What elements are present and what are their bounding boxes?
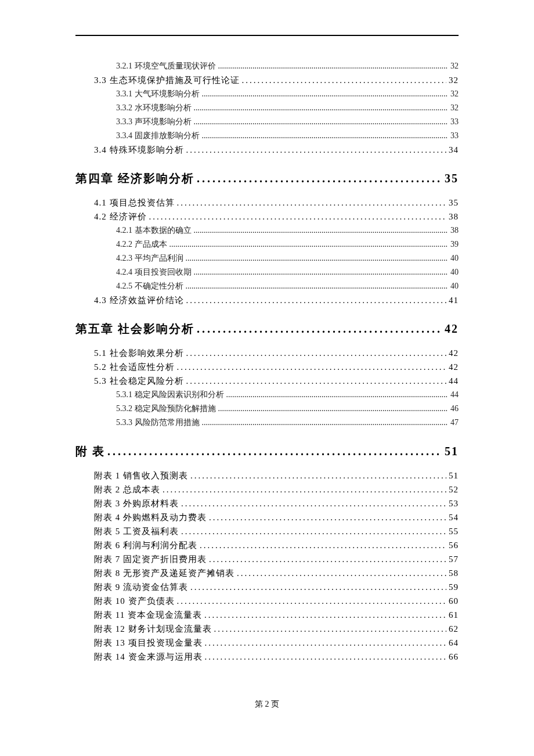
toc-entry-label: 4.2.5 不确定性分析 — [116, 279, 183, 293]
toc-entry: 5.1 社会影响效果分析42 — [94, 346, 459, 360]
toc-leader-dots — [181, 496, 446, 510]
toc-entry-page: 32 — [450, 101, 459, 115]
toc-entry-page: 33 — [450, 129, 459, 143]
toc-entry: 3.4 特殊环境影响分析34 — [94, 143, 459, 157]
toc-leader-dots — [204, 608, 446, 622]
toc-entry-label: 5.3 社会稳定风险分析 — [94, 374, 184, 388]
toc-leader-dots — [107, 445, 442, 458]
toc-entry-label: 4.3 经济效益评价结论 — [94, 293, 184, 307]
toc-entry-label: 4.2.3 平均产品利润 — [116, 251, 183, 265]
toc-entry: 3.3.3 声环境影响分析33 — [116, 115, 459, 129]
toc-entry: 3.3.4 固废排放影响分析33 — [116, 129, 459, 143]
toc-entry-page: 58 — [449, 566, 459, 580]
toc-entry: 附表 10 资产负债表60 — [94, 594, 459, 608]
toc-entry-label: 附表 11 资本金现金流量表 — [94, 608, 202, 622]
toc-entry-page: 55 — [449, 524, 459, 538]
toc-entry: 4.2.4 项目投资回收期40 — [116, 265, 459, 279]
toc-entry-label: 4.2.4 项目投资回收期 — [116, 265, 192, 279]
toc-entry-label: 3.4 特殊环境影响分析 — [94, 143, 184, 157]
toc-leader-dots — [186, 374, 447, 388]
toc-entry: 附表 1 销售收入预测表51 — [94, 469, 459, 483]
toc-entry-label: 附表 2 总成本表 — [94, 483, 160, 496]
toc-entry: 3.3.2 水环境影响分析32 — [116, 101, 459, 115]
toc-entry: 3.2.1 环境空气质量现状评价32 — [116, 59, 459, 73]
toc-entry-label: 3.3.1 大气环境影响分析 — [116, 87, 200, 101]
toc-entry-page: 51 — [449, 469, 459, 483]
toc-entry-label: 3.3.4 固废排放影响分析 — [116, 129, 200, 143]
toc-entry-page: 33 — [450, 115, 459, 129]
toc-entry: 附表 5 工资及福利表55 — [94, 524, 459, 538]
toc-entry-page: 44 — [449, 374, 459, 388]
toc-leader-dots — [169, 237, 449, 251]
toc-leader-dots — [177, 360, 447, 374]
toc-entry: 4.1 项目总投资估算35 — [94, 196, 459, 210]
toc-leader-dots — [186, 346, 447, 360]
toc-entry-label: 3.3 生态环境保护措施及可行性论证 — [94, 73, 240, 87]
toc-entry: 附表 7 固定资产折旧费用表57 — [94, 552, 459, 566]
toc-entry-label: 3.2.1 环境空气质量现状评价 — [116, 59, 216, 73]
toc-leader-dots — [194, 265, 449, 279]
toc-leader-dots — [205, 650, 447, 664]
toc-entry-label: 附表 1 销售收入预测表 — [94, 469, 188, 483]
toc-leader-dots — [190, 580, 446, 594]
toc-entry-page: 35 — [445, 172, 459, 185]
toc-entry-label: 5.1 社会影响效果分析 — [94, 346, 184, 360]
header-rule — [75, 35, 459, 36]
toc-leader-dots — [214, 622, 447, 636]
toc-entry-page: 47 — [450, 416, 459, 430]
toc-entry-page: 32 — [450, 59, 459, 73]
toc-entry: 第四章 经济影响分析35 — [75, 171, 459, 186]
toc-entry-label: 4.2 经济评价 — [94, 210, 147, 224]
toc-entry: 附 表51 — [75, 444, 459, 459]
toc-entry: 3.3 生态环境保护措施及可行性论证32 — [94, 73, 459, 87]
toc-entry-label: 附表 4 外购燃料及动力费表 — [94, 510, 207, 524]
toc-leader-dots — [194, 101, 449, 115]
toc-entry-page: 38 — [450, 224, 459, 237]
toc-entry: 5.3.2 稳定风险预防化解措施46 — [116, 402, 459, 416]
toc-entry-page: 54 — [449, 510, 459, 524]
toc-entry-label: 4.1 项目总投资估算 — [94, 196, 175, 210]
toc-entry: 附表 6 利润与利润分配表56 — [94, 538, 459, 552]
toc-entry: 3.3.1 大气环境影响分析32 — [116, 87, 459, 101]
toc-entry-page: 53 — [449, 496, 459, 510]
toc-entry-page: 51 — [445, 445, 459, 458]
toc-entry-label: 附 表 — [75, 444, 105, 459]
toc-entry-label: 5.3.3 风险防范常用措施 — [116, 416, 200, 430]
toc-entry: 5.3.3 风险防范常用措施47 — [116, 416, 459, 430]
toc-entry-label: 附表 7 固定资产折旧费用表 — [94, 552, 207, 566]
toc-leader-dots — [202, 87, 449, 101]
toc-leader-dots — [202, 129, 449, 143]
toc-entry: 5.3 社会稳定风险分析44 — [94, 374, 459, 388]
toc-leader-dots — [197, 172, 442, 185]
toc-leader-dots — [186, 279, 449, 293]
toc-entry-label: 附表 8 无形资产及递延资产摊销表 — [94, 566, 234, 580]
toc-entry-page: 56 — [449, 538, 459, 552]
toc-leader-dots — [209, 510, 446, 524]
toc-entry: 附表 13 项目投资现金量表64 — [94, 636, 459, 650]
toc-entry-label: 附表 13 项目投资现金量表 — [94, 636, 203, 650]
toc-entry-label: 3.3.3 声环境影响分析 — [116, 115, 192, 129]
toc-entry-label: 附表 6 利润与利润分配表 — [94, 538, 197, 552]
toc-leader-dots — [190, 469, 446, 483]
toc-entry: 4.2.3 平均产品利润40 — [116, 251, 459, 265]
toc-entry-label: 5.2 社会适应性分析 — [94, 360, 175, 374]
toc-entry-page: 32 — [449, 73, 459, 87]
toc-entry-label: 第四章 经济影响分析 — [75, 171, 194, 186]
toc-entry: 附表 2 总成本表52 — [94, 483, 459, 496]
toc-leader-dots — [218, 402, 449, 416]
toc-entry-page: 60 — [449, 594, 459, 608]
toc-leader-dots — [242, 73, 447, 87]
toc-entry: 附表 3 外购原材料表53 — [94, 496, 459, 510]
toc-entry-page: 42 — [449, 360, 459, 374]
toc-leader-dots — [186, 143, 447, 157]
toc-entry: 5.3.1 稳定风险因素识别和分析44 — [116, 388, 459, 402]
toc-leader-dots — [237, 566, 446, 580]
toc-entry-label: 4.2.2 产品成本 — [116, 237, 167, 251]
toc-entry: 4.2.1 基本数据的确立38 — [116, 224, 459, 237]
toc-entry-page: 40 — [450, 251, 459, 265]
toc-entry-page: 61 — [449, 608, 459, 622]
toc-entry: 4.2.5 不确定性分析40 — [116, 279, 459, 293]
toc-entry-page: 46 — [450, 402, 459, 416]
toc-leader-dots — [194, 115, 449, 129]
toc-entry: 附表 11 资本金现金流量表61 — [94, 608, 459, 622]
